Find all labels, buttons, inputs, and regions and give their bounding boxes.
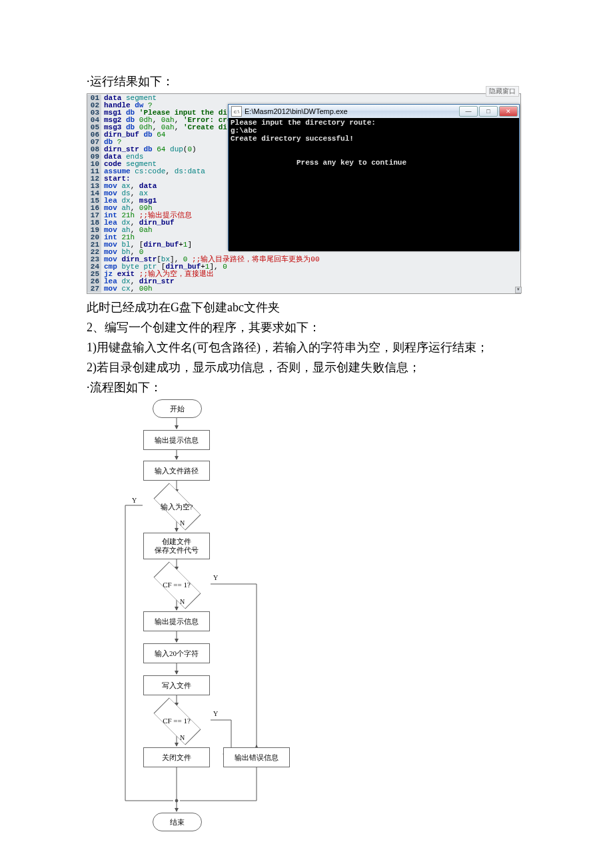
code-line: 27mov cx, 00h (87, 285, 520, 293)
paragraph-4: 2)若目录创建成功，显示成功信息，否则，显示创建失败信息； (87, 358, 526, 377)
fc-empty-decision: 输入为空? (142, 493, 211, 519)
terminal-titlebar[interactable]: c:\ E:\Masm2012\bin\DWTemp.exe — □ ✕ (229, 105, 519, 118)
code-editor-panel: 隐藏窗口 01data segment02handle dw ?03msg1 d… (87, 93, 521, 294)
label-n: N (180, 519, 185, 527)
terminal-icon: c:\ (231, 106, 242, 117)
fc-input-20: 输入20个字符 (143, 643, 210, 663)
line-number: 27 (87, 285, 101, 293)
terminal-title: E:\Masm2012\bin\DWTemp.exe (245, 107, 459, 115)
scroll-down-button[interactable]: ▾ (515, 287, 522, 293)
fc-write-file: 写入文件 (143, 675, 210, 695)
fc-out-prompt: 输出提示信息 (143, 430, 210, 450)
fc-cf2-decision: CF == 1? (142, 707, 211, 734)
maximize-button[interactable]: □ (479, 106, 498, 117)
minimize-button[interactable]: — (459, 106, 478, 117)
fc-end: 结束 (153, 813, 202, 831)
label-n-2: N (180, 598, 185, 605)
close-button[interactable]: ✕ (499, 106, 518, 117)
terminal-body: Please input the directory route: g:\abc… (229, 118, 519, 251)
fc-input-path: 输入文件路径 (143, 461, 210, 481)
fc-start: 开始 (153, 399, 202, 418)
fc-close-file: 关闭文件 (143, 747, 210, 767)
paragraph-5: ·流程图如下： (87, 378, 526, 397)
label-n-3: N (180, 734, 185, 741)
svg-point-12 (175, 799, 178, 802)
label-y-3: Y (213, 710, 218, 717)
terminal-window: c:\ E:\Masm2012\bin\DWTemp.exe — □ ✕ Ple… (228, 104, 520, 251)
paragraph-3: 1)用键盘输入文件名(可包含路径)，若输入的字符串为空，则程序运行结束； (87, 338, 526, 357)
intro-bullet: ·运行结果如下： (87, 73, 526, 89)
code-content: mov cx, 00h (104, 285, 153, 293)
fc-error-out: 输出错误信息 (223, 747, 290, 767)
paragraph-2: 2、编写一个创建文件的程序，其要求如下： (87, 318, 526, 337)
label-y-2: Y (213, 574, 218, 581)
fc-cf1-decision: CF == 1? (142, 571, 211, 598)
label-y: Y (132, 497, 137, 504)
flowchart: 开始 输出提示信息 输入文件路径 输入为空? Y N 创建文件 保存文件代号 C… (113, 399, 313, 846)
fc-out-prompt2: 输出提示信息 (143, 611, 210, 631)
fc-create-file: 创建文件 保存文件代号 (143, 533, 210, 559)
paragraph-1: 此时已经成功在G盘下创建abc文件夹 (87, 298, 526, 317)
